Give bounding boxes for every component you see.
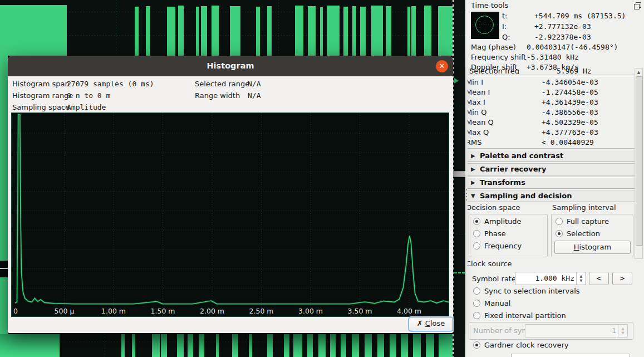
expand-arrow-icon: ▶	[471, 166, 475, 172]
radio-icon[interactable]	[555, 230, 563, 237]
dialog-titlebar[interactable]: Histogram ✕	[8, 56, 453, 76]
spin-up-icon: ▲	[577, 275, 586, 278]
q-value: -2.922378e-03	[534, 33, 591, 41]
popout-icon[interactable]	[634, 2, 641, 9]
scroll-up-icon[interactable]: ▲	[635, 69, 642, 76]
grid-line	[116, 0, 116, 56]
waveform-bar	[132, 334, 135, 357]
waveform-bar	[284, 334, 289, 357]
histogram-button[interactable]: Histogram	[554, 241, 631, 254]
waveform-bar	[318, 334, 326, 357]
radio-icon[interactable]	[473, 300, 480, 307]
section-label: Carrier recovery	[480, 165, 546, 173]
waveform-bar	[386, 6, 391, 56]
waveform-bar	[438, 6, 453, 56]
waveform-bar	[352, 334, 359, 357]
spinner-arrows[interactable]: ▲▼	[576, 272, 586, 285]
waveform-view-left-edge[interactable]	[0, 56, 8, 334]
waveform-bar	[152, 334, 160, 357]
expand-arrow-icon: ▶	[471, 153, 475, 159]
spin-down-icon: ▼	[618, 331, 627, 335]
radio-icon[interactable]	[473, 287, 480, 295]
selection-freq-label: Selection freq	[469, 67, 519, 74]
radio-sync-selection-label[interactable]: Sync to selection intervals	[484, 287, 580, 295]
waveform-bar	[341, 334, 346, 357]
section-palette-and-contrast[interactable]: ▶ Palette and contrast	[468, 150, 635, 162]
radio-gardner-label[interactable]: Gardner clock recovery	[484, 341, 569, 349]
histogram-span-label: Histogram span	[12, 80, 70, 88]
radio-icon[interactable]	[555, 218, 563, 225]
radio-selection-label[interactable]: Selection	[567, 229, 600, 238]
waveform-bar	[330, 334, 336, 357]
waveform-bar	[360, 7, 366, 56]
radio-fixed-interval-label[interactable]: Fixed interval partition	[484, 311, 566, 320]
symbol-rate-prev-button[interactable]: <	[589, 272, 609, 285]
symbol-rate-spinbox[interactable]: 1.000 kHz ▲▼	[515, 272, 586, 285]
radio-icon[interactable]	[473, 242, 480, 250]
frequency-shift-label: Frequency shift	[471, 53, 526, 61]
waveform-bar	[201, 6, 207, 56]
max-q-label: Max Q	[468, 128, 489, 136]
histogram-curve-svg	[12, 113, 449, 316]
constellation-ring	[475, 16, 494, 34]
selection-marker-icon	[458, 272, 461, 273]
scrollbar-thumb[interactable]	[636, 76, 643, 246]
radio-icon[interactable]	[473, 218, 480, 225]
side-panel: Time tools t: +544.709 ms (87153.5) I: +…	[468, 0, 644, 357]
waveform-bar	[199, 334, 204, 357]
section-sampling-and-decision[interactable]: ▼ Sampling and decision	[468, 190, 635, 202]
close-button[interactable]: ✗ Close	[409, 317, 453, 331]
selection-marker-icon	[462, 272, 465, 273]
waveform-bar	[307, 334, 313, 357]
radio-phase-label[interactable]: Phase	[484, 229, 506, 238]
section-transforms[interactable]: ▶ Transforms	[468, 177, 635, 189]
radio-frequency-label[interactable]: Frequency	[484, 242, 522, 250]
waveform-view-bottom[interactable]	[0, 334, 454, 357]
section-carrier-recovery[interactable]: ▶ Carrier recovery	[468, 164, 635, 175]
sampling-interval-label: Sampling interval	[552, 203, 616, 212]
waveform-bar	[390, 334, 396, 357]
number-of-symbols-spinbox[interactable]: 1 ▲▼	[525, 324, 628, 338]
symbol-rate-label: Symbol rate	[472, 275, 516, 283]
waveform-bar	[293, 334, 302, 357]
unselected-region[interactable]	[454, 0, 465, 357]
radio-icon[interactable]	[473, 341, 480, 349]
spin-down-icon: ▼	[577, 279, 586, 283]
selection-freq-value: 5.969 Hz	[557, 67, 592, 74]
histogram-button-label: Histogram	[574, 241, 611, 253]
sampling-space-label: Sampling space	[12, 103, 70, 111]
waveform-bar	[401, 334, 408, 357]
partial-spinbox[interactable]	[511, 354, 630, 357]
clock-source-label: Clock source	[468, 260, 512, 268]
x-axis-tick-label: 3.50 m	[348, 307, 372, 315]
x-axis-tick-label: 2.50 m	[249, 307, 274, 315]
x-axis-tick-label: 1.00 m	[101, 307, 126, 315]
waveform-bar	[407, 7, 410, 56]
waveform-bar	[256, 7, 260, 56]
selection-freq-row-clipped: Selection freq 5.969 Hz	[468, 67, 635, 74]
waveform-view-top[interactable]	[0, 0, 454, 56]
time-tools-title: Time tools	[471, 1, 508, 9]
waveform-bar	[320, 7, 323, 56]
waveform-bar	[146, 6, 150, 56]
waveform-bar	[343, 7, 348, 56]
grid-line	[454, 106, 465, 106]
mean-q-label: Mean Q	[468, 118, 494, 126]
radio-full-capture-label[interactable]: Full capture	[567, 217, 609, 226]
waveform-bar	[371, 6, 383, 56]
radio-icon[interactable]	[473, 312, 480, 319]
radio-icon[interactable]	[473, 230, 480, 237]
decision-space-label: Decision space	[468, 203, 520, 212]
waveform-bar	[267, 6, 272, 56]
symbol-rate-next-button[interactable]: >	[612, 272, 632, 285]
waveform-bar	[424, 6, 431, 56]
radio-manual-label[interactable]: Manual	[484, 299, 510, 307]
waveform-bar	[177, 334, 184, 357]
x-axis-tick-label: 0	[13, 307, 18, 315]
radio-amplitude-label[interactable]: Amplitude	[484, 217, 522, 226]
close-icon[interactable]: ✕	[436, 60, 448, 72]
panel-scrollbar[interactable]: ▲	[635, 69, 643, 259]
histogram-plot[interactable]: 0500 µ1.00 m1.50 m2.00 m2.50 m3.00 m3.50…	[11, 113, 449, 317]
mag-phase-label: Mag (phase)	[471, 43, 516, 51]
waveform-bar	[196, 7, 199, 56]
